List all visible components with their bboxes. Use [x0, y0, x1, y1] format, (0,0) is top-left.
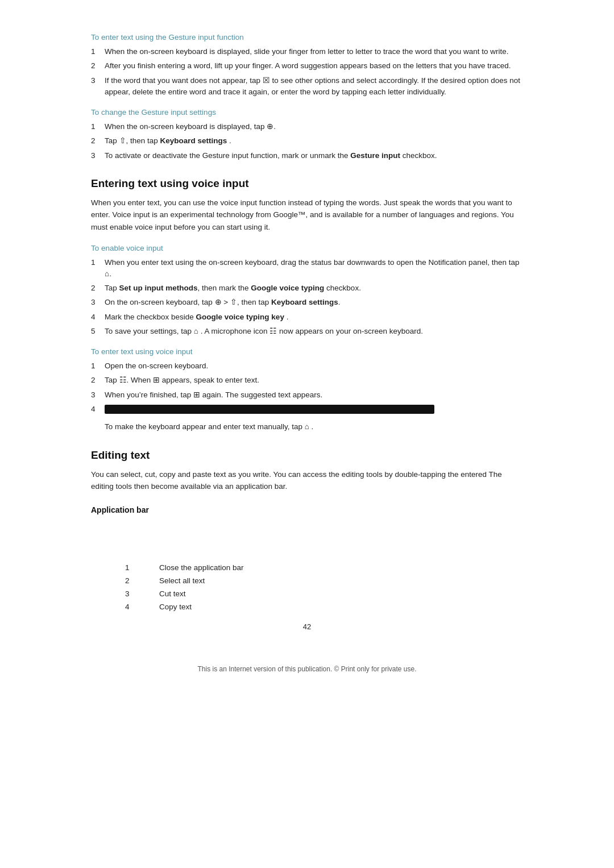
- gesture-input-settings-list: 1 When the on-screen keyboard is display…: [91, 121, 523, 161]
- bar-label: Cut text: [159, 589, 186, 598]
- redacted-bar: [105, 405, 434, 414]
- list-item: 3 When you’re finished, tap ⊞ again. The…: [91, 389, 523, 401]
- page-footer-notice: This is an Internet version of this publ…: [91, 665, 523, 673]
- bar-row: 2 Select all text: [125, 576, 352, 585]
- gesture-input-settings-section: To change the Gesture input settings 1 W…: [91, 108, 523, 161]
- list-num: 3: [91, 150, 105, 161]
- bar-label: Select all text: [159, 576, 205, 585]
- list-text: On the on-screen keyboard, tap ⊕ > ⇧, th…: [105, 297, 523, 308]
- list-item: 3 To activate or deactivate the Gesture …: [91, 150, 523, 161]
- bar-num: 2: [125, 576, 159, 585]
- application-bar-illustration: [91, 520, 523, 554]
- bar-row: 1 Close the application bar: [125, 563, 352, 572]
- bar-label: Copy text: [159, 603, 192, 611]
- enable-voice-input-list: 1 When you enter text using the on-scree…: [91, 257, 523, 338]
- list-num: 2: [91, 135, 105, 147]
- voice-input-section: Entering text using voice input When you…: [91, 177, 523, 433]
- enter-voice-input-heading: To enter text using voice input: [91, 347, 523, 356]
- list-num: 4: [91, 312, 105, 323]
- list-item: 1 When you enter text using the on-scree…: [91, 257, 523, 280]
- voice-input-body: When you enter text, you can use the voi…: [91, 197, 523, 234]
- editing-text-section: Editing text You can select, cut, copy a…: [91, 449, 523, 611]
- enter-voice-input-list: 1 Open the on-screen keyboard. 2 Tap ☷. …: [91, 360, 523, 415]
- list-num: 2: [91, 60, 105, 72]
- application-bar-heading: Application bar: [91, 505, 523, 514]
- list-text: When you enter text using the on-screen …: [105, 257, 523, 280]
- list-text: Mark the checkbox beside Google voice ty…: [105, 312, 523, 323]
- list-text: When the on-screen keyboard is displayed…: [105, 121, 523, 132]
- list-text: [105, 404, 523, 415]
- list-num: 1: [91, 46, 105, 57]
- gesture-input-settings-heading: To change the Gesture input settings: [91, 108, 523, 117]
- list-num: 2: [91, 375, 105, 386]
- list-text: When you’re finished, tap ⊞ again. The s…: [105, 389, 523, 401]
- enter-voice-note: To make the keyboard appear and enter te…: [105, 421, 523, 433]
- bold-text: Google voice typing: [251, 284, 324, 292]
- list-num: 1: [91, 257, 105, 268]
- bar-num: 1: [125, 563, 159, 572]
- bold-text: Keyboard settings: [271, 298, 338, 306]
- list-item: 2 Tap Set up input methods, then mark th…: [91, 283, 523, 294]
- enable-voice-input-heading: To enable voice input: [91, 244, 523, 252]
- editing-text-title: Editing text: [91, 449, 523, 462]
- gesture-input-function-section: To enter text using the Gesture input fu…: [91, 33, 523, 98]
- list-num: 2: [91, 283, 105, 294]
- bar-num: 4: [125, 603, 159, 611]
- bold-text: Google voice typing key: [196, 313, 284, 321]
- list-item: 2 Tap ☷. When ⊞ appears, speak to enter …: [91, 375, 523, 386]
- list-num: 1: [91, 121, 105, 132]
- list-text: After you finish entering a word, lift u…: [105, 60, 523, 72]
- gesture-input-function-heading: To enter text using the Gesture input fu…: [91, 33, 523, 41]
- list-item: 3 On the on-screen keyboard, tap ⊕ > ⇧, …: [91, 297, 523, 308]
- list-num: 3: [91, 297, 105, 308]
- bold-text: Gesture input: [350, 151, 400, 160]
- editing-text-body: You can select, cut, copy and paste text…: [91, 468, 523, 493]
- list-item: 1 When the on-screen keyboard is display…: [91, 46, 523, 57]
- list-num: 5: [91, 326, 105, 337]
- bar-row: 4 Copy text: [125, 603, 352, 611]
- gesture-input-function-list: 1 When the on-screen keyboard is display…: [91, 46, 523, 98]
- list-text: Open the on-screen keyboard.: [105, 360, 523, 372]
- list-text: Tap ⇧, then tap Keyboard settings .: [105, 135, 523, 147]
- list-item: 3 If the word that you want does not app…: [91, 75, 523, 98]
- bar-row: 3 Cut text: [125, 589, 352, 598]
- bold-text: Set up input methods: [119, 284, 198, 292]
- list-text: If the word that you want does not appea…: [105, 75, 523, 98]
- list-text: To activate or deactivate the Gesture in…: [105, 150, 523, 161]
- voice-input-title: Entering text using voice input: [91, 177, 523, 190]
- list-item: 1 Open the on-screen keyboard.: [91, 360, 523, 372]
- list-text: To save your settings, tap ⌂ . A microph…: [105, 326, 523, 337]
- list-item: 2 Tap ⇧, then tap Keyboard settings .: [91, 135, 523, 147]
- bold-text: Keyboard settings: [160, 136, 227, 145]
- list-item: 4: [91, 404, 523, 415]
- list-text: When the on-screen keyboard is displayed…: [105, 46, 523, 57]
- bar-label: Close the application bar: [159, 563, 244, 572]
- list-text: Tap Set up input methods, then mark the …: [105, 283, 523, 294]
- page-number: 42: [91, 622, 523, 631]
- list-item: 2 After you finish entering a word, lift…: [91, 60, 523, 72]
- bar-num: 3: [125, 589, 159, 598]
- list-num: 3: [91, 75, 105, 86]
- list-num: 4: [91, 404, 105, 415]
- list-item: 1 When the on-screen keyboard is display…: [91, 121, 523, 132]
- list-item: 4 Mark the checkbox beside Google voice …: [91, 312, 523, 323]
- list-num: 1: [91, 360, 105, 372]
- list-num: 3: [91, 389, 105, 401]
- list-text: Tap ☷. When ⊞ appears, speak to enter te…: [105, 375, 523, 386]
- list-item: 5 To save your settings, tap ⌂ . A micro…: [91, 326, 523, 337]
- application-bar-list: 1 Close the application bar 2 Select all…: [125, 563, 352, 611]
